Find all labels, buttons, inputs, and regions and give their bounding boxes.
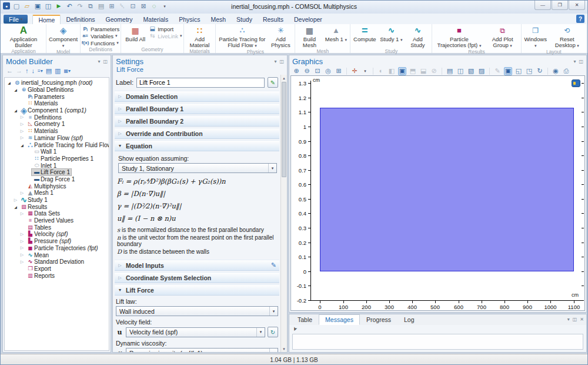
results-icon[interactable]: ▧: [20, 204, 28, 210]
export-icon[interactable]: ❒: [26, 266, 34, 271]
printer-icon[interactable]: ⎙: [562, 67, 570, 75]
detach-panel-icon[interactable]: ◫: [279, 59, 284, 64]
tab-log[interactable]: Log: [397, 314, 421, 325]
tab-definitions[interactable]: Definitions: [61, 15, 100, 24]
add-physics-button[interactable]: ✳Add Physics: [268, 25, 293, 49]
redo-icon[interactable]: ↷: [76, 2, 84, 10]
derived-values-icon[interactable]: ≡: [26, 218, 34, 223]
particle-tracing-for-fluid-flow-button[interactable]: ∴Particle Tracing for Fluid Flow ▾: [217, 25, 267, 49]
particle-trajectories-fpt--button[interactable]: ■Particle Trajectories (fpt) ▾: [433, 25, 485, 49]
tree-item[interactable]: ▬Lift Force 1: [5, 169, 109, 176]
section-coordinate-system-selection[interactable]: ▷ Coordinate System Selection: [115, 272, 279, 283]
forward-icon[interactable]: →: [16, 68, 22, 74]
scrollbar-thumb[interactable]: [282, 82, 286, 177]
tab-materials[interactable]: Materials: [138, 15, 174, 24]
save-as-icon[interactable]: ◫: [44, 2, 52, 10]
close-button[interactable]: ✕: [569, 1, 585, 10]
tree-expander-icon[interactable]: ▷: [19, 260, 25, 264]
group-nodes-icon[interactable]: ▥: [55, 68, 61, 74]
tree-expander-icon[interactable]: ▷: [19, 245, 25, 250]
tree-expander-icon[interactable]: ◢: [13, 108, 18, 112]
plot-canvas[interactable]: -0.2-0.100.10.20.30.40.50.60.70.80.911.1…: [290, 75, 585, 311]
detach-panel-icon[interactable]: ◫: [103, 59, 108, 64]
application-builder-button[interactable]: AApplication Builder: [2, 25, 45, 48]
tree-expander-icon[interactable]: ▷: [19, 129, 25, 134]
plot-popout-icon[interactable]: ◳: [525, 67, 533, 75]
move-down-icon[interactable]: ↓: [32, 68, 35, 74]
component-button[interactable]: ◈Component ▾: [48, 25, 79, 49]
tree-item[interactable]: ∷Particle Properties 1: [5, 155, 109, 162]
compute-icon[interactable]: =: [362, 25, 368, 36]
data-sets-icon[interactable]: ▦: [26, 211, 34, 216]
go-to-source-button[interactable]: ↻: [268, 327, 278, 337]
pressure-plot-icon[interactable]: ▙: [26, 238, 34, 244]
search-icon[interactable]: ◌: [150, 2, 158, 10]
compute-button[interactable]: =Compute: [352, 25, 377, 48]
drag-force-icon[interactable]: ▬: [33, 177, 41, 182]
tree-item[interactable]: ▷▙Velocity(spf): [5, 231, 109, 238]
tree-item[interactable]: ▷∿Study 1: [5, 197, 109, 204]
section-domain-selection[interactable]: ▷ Domain Selection: [115, 91, 279, 102]
tree-expander-icon[interactable]: ◢: [13, 205, 18, 209]
deselect-box-icon[interactable]: ▨: [477, 67, 486, 75]
tree-item[interactable]: ❒Export: [5, 266, 109, 273]
lift-law-combobox[interactable]: Wall induced ▾: [116, 306, 278, 316]
tab-results[interactable]: Results: [258, 15, 289, 24]
tree-item[interactable]: ⬭Inlet 1: [5, 162, 109, 169]
import-button[interactable]: ⬓Import: [149, 25, 182, 32]
tree-expander-icon[interactable]: ▷: [19, 191, 25, 195]
build-all-icon[interactable]: ▦: [132, 25, 139, 36]
tree-expander-icon[interactable]: ◢: [19, 143, 25, 147]
tab-mesh[interactable]: Mesh: [205, 15, 231, 24]
particle-tracing-flow-icon[interactable]: ∴: [240, 25, 245, 36]
study-combobox[interactable]: Study 1, Stationary ▾: [118, 163, 277, 173]
velocity-field-combobox[interactable]: Velocity field (spf) ▾: [126, 327, 265, 337]
duplicate-icon[interactable]: ⊞: [108, 2, 116, 10]
edit-model-inputs-icon[interactable]: ✎: [271, 261, 276, 269]
panel-menu-icon[interactable]: ▾: [274, 59, 276, 64]
reset-desktop-button[interactable]: ⟲Reset Desktop ▾: [549, 25, 585, 49]
image-snapshot-icon[interactable]: ▤: [446, 67, 454, 75]
tab-home[interactable]: Home: [32, 15, 61, 24]
tree-item[interactable]: ▷▦Data Sets: [5, 210, 109, 217]
global-definitions-icon[interactable]: ⊕: [20, 87, 28, 92]
tree-expander-icon[interactable]: ▷: [19, 122, 25, 127]
tree-item[interactable]: ▷∷Materials: [5, 128, 109, 135]
zoom-in-icon[interactable]: ⊕: [292, 67, 300, 75]
detach-panel-icon[interactable]: ◫: [579, 59, 583, 64]
build-mesh-button[interactable]: ▦Build Mesh: [296, 25, 322, 48]
copy-icon[interactable]: ⧉: [86, 2, 95, 10]
help-button[interactable]: ?: [576, 15, 584, 23]
plot-window-icon[interactable]: ▣: [504, 67, 512, 75]
particle-trajectories-icon[interactable]: ■: [457, 25, 462, 36]
detach-panel-icon[interactable]: ◫: [573, 317, 577, 322]
tree-item[interactable]: ◢▧Results: [5, 203, 109, 210]
application-builder-icon[interactable]: A: [20, 25, 27, 36]
file-menu-button[interactable]: File ▾: [4, 15, 28, 24]
add-study-icon[interactable]: ∿: [415, 25, 421, 36]
maximize-button[interactable]: ❐: [552, 1, 568, 10]
node-text-menu-icon[interactable]: ▦▾: [64, 69, 71, 74]
add-plot-group-button[interactable]: ⧉Add Plot Group ▾: [486, 25, 520, 49]
tab-table[interactable]: Table: [291, 314, 319, 325]
velocity-plot-icon[interactable]: ▙: [26, 231, 34, 237]
add-study-button[interactable]: ∿Add Study: [405, 25, 430, 48]
section-parallel-boundary-2[interactable]: ▷ Parallel Boundary 2: [115, 115, 279, 127]
tree-item[interactable]: ◢∴Particle Tracing for Fluid Flow(fpt): [5, 141, 109, 148]
component-icon[interactable]: ◈: [60, 25, 67, 36]
tree-item[interactable]: ▥Reports: [5, 272, 109, 279]
tree-item[interactable]: ▬Drag Force 1: [5, 176, 109, 183]
tree-item[interactable]: ◢◍inertial_focusing.mph(root): [5, 79, 109, 87]
tree-expander-icon[interactable]: ◢: [13, 88, 18, 92]
section-parallel-boundary-1[interactable]: ▷ Parallel Boundary 1: [115, 103, 279, 114]
parameters-icon[interactable]: Pᵢ: [82, 26, 89, 32]
menu-icon[interactable]: ▾: [161, 2, 169, 10]
tree-expander-icon[interactable]: ▷: [19, 135, 25, 140]
run-icon[interactable]: ▶: [55, 2, 63, 10]
tree-item[interactable]: ▷■Particle Trajectories(fpt): [5, 245, 109, 252]
materials-icon[interactable]: ∷: [26, 128, 34, 134]
geometry-icon[interactable]: ◺: [26, 121, 34, 127]
std-plot-icon[interactable]: ∿: [26, 259, 34, 264]
variables-button[interactable]: a=Variables▾: [82, 32, 119, 39]
study-icon[interactable]: ∿: [388, 25, 395, 36]
